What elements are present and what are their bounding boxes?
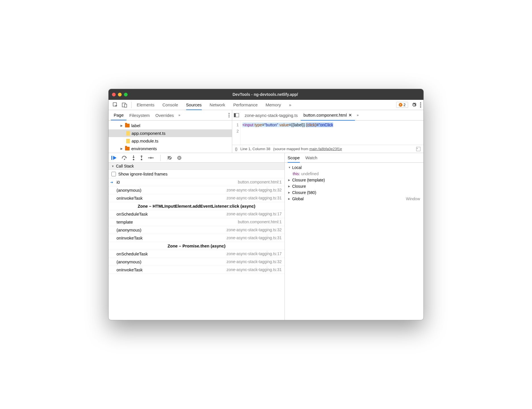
stack-frame[interactable]: templatebutton.component.html:1 [109, 218, 284, 226]
tab-elements[interactable]: Elements [137, 100, 155, 110]
coverage-icon[interactable] [416, 147, 421, 151]
frame-name: (anonymous) [117, 259, 142, 264]
stack-frame[interactable]: Zone – Promise.then (async) [109, 242, 284, 250]
tree-file-app-component[interactable]: app.component.ts [109, 129, 232, 137]
item-label: app.module.ts [132, 139, 158, 143]
code-area[interactable]: 12 <input type="button" value={{label}} … [232, 121, 423, 145]
svg-point-8 [228, 116, 229, 117]
resume-icon[interactable] [111, 156, 117, 160]
step-out-icon[interactable] [140, 155, 143, 160]
tab-more[interactable]: » [289, 100, 291, 110]
inspect-icon[interactable] [113, 102, 118, 108]
collapse-icon: ▼ [111, 165, 114, 168]
step-over-icon[interactable] [122, 156, 127, 160]
tree-folder-label[interactable]: ▶label [109, 122, 232, 129]
stack-frame[interactable]: onInvokeTaskzone-async-stack-tagging.ts:… [109, 194, 284, 202]
nav-filesystem[interactable]: Filesystem [126, 111, 153, 120]
file-tab-label: zone-async-stack-tagging.ts [245, 113, 298, 118]
source-map-info: (source mapped from main.fa8bfa0e23f1e [273, 147, 342, 151]
callstack-header[interactable]: ▼Call Stack [109, 163, 284, 170]
toggle-navigator-icon[interactable] [234, 113, 240, 117]
expand-icon: ▶ [288, 197, 291, 200]
file-tabs: zone-async-stack-tagging.ts button.compo… [232, 110, 423, 120]
main-toolbar: Elements Console Sources Network Perform… [109, 100, 423, 110]
file-tab-zone[interactable]: zone-async-stack-tagging.ts [242, 111, 301, 120]
pretty-print-icon[interactable]: {} [235, 147, 238, 151]
expand-icon: ▶ [120, 147, 123, 150]
tab-sources[interactable]: Sources [186, 100, 202, 110]
scope-closure-580[interactable]: ▶Closure (580) [285, 189, 423, 196]
stack-frame[interactable]: (anonymous)zone-async-stack-tagging.ts:3… [109, 186, 284, 194]
frame-location: zone-async-stack-tagging.ts:31 [226, 267, 282, 272]
tab-performance[interactable]: Performance [233, 100, 258, 110]
frame-location: zone-async-stack-tagging.ts:32 [226, 259, 282, 264]
settings-icon[interactable] [412, 102, 417, 108]
frame-location: zone-async-stack-tagging.ts:31 [226, 236, 282, 240]
nav-overrides[interactable]: Overrides [153, 111, 177, 120]
tree-file-app-module[interactable]: app.module.ts [109, 137, 232, 145]
stack-frame[interactable]: onInvokeTaskzone-async-stack-tagging.ts:… [109, 266, 284, 274]
scope-closure[interactable]: ▶Closure [285, 183, 423, 189]
line-number: 1 [234, 122, 239, 128]
step-into-icon[interactable] [132, 155, 135, 160]
svg-rect-19 [180, 157, 180, 159]
tab-network[interactable]: Network [210, 100, 225, 110]
error-count: 2 [404, 103, 406, 107]
nav-page[interactable]: Page [111, 110, 126, 120]
collapse-icon: ▼ [288, 166, 291, 169]
stack-frame[interactable]: onScheduleTaskzone-async-stack-tagging.t… [109, 250, 284, 258]
stack-frame[interactable]: Zone – HTMLInputElement.addEventListener… [109, 202, 284, 210]
devtools-window: DevTools - ng-devtools.netlify.app/ Elem… [108, 89, 424, 320]
svg-point-4 [420, 104, 421, 106]
source-map-link[interactable]: main.fa8bfa0e23f1e [309, 147, 342, 151]
deactivate-breakpoints-icon[interactable] [167, 156, 173, 160]
tab-watch[interactable]: Watch [306, 153, 317, 162]
step-icon[interactable] [148, 156, 153, 160]
frame-location: zone-async-stack-tagging.ts:17 [226, 251, 282, 256]
file-tabs-more[interactable]: » [357, 113, 359, 117]
stack-frame[interactable]: onInvokeTaskzone-async-stack-tagging.ts:… [109, 234, 284, 242]
svg-point-7 [228, 115, 229, 115]
error-badge[interactable]: ✕2 [396, 102, 408, 108]
item-label: app.component.ts [132, 131, 165, 136]
scope-closure-template[interactable]: ▶Closure (template) [285, 177, 423, 183]
file-icon [126, 131, 130, 136]
nav-kebab-icon[interactable] [228, 113, 230, 117]
pause-exceptions-icon[interactable] [177, 156, 182, 160]
stack-frame[interactable]: i0button.component.html:1 [109, 178, 284, 186]
expand-icon: ▶ [288, 191, 291, 194]
svg-point-3 [420, 102, 421, 104]
scope-this[interactable]: this: undefined [285, 171, 423, 177]
tab-scope[interactable]: Scope [288, 153, 300, 163]
show-ignored-checkbox[interactable] [111, 172, 116, 176]
frame-name: (anonymous) [117, 228, 142, 232]
folder-icon [125, 147, 130, 150]
tab-console[interactable]: Console [163, 100, 178, 110]
code-editor: 12 <input type="button" value={{label}} … [232, 121, 423, 153]
svg-point-15 [141, 159, 142, 160]
frame-name: i0 [117, 180, 120, 185]
tree-folder-environments[interactable]: ▶environments [109, 145, 232, 152]
kebab-menu-icon[interactable] [420, 102, 421, 108]
checkbox-label: Show ignore-listed frames [118, 172, 167, 176]
scope-global[interactable]: ▶GlobalWindow [285, 196, 423, 202]
expand-icon: ▶ [288, 179, 291, 181]
nav-more[interactable]: » [178, 113, 180, 117]
scope-list: ▼Local this: undefined ▶Closure (templat… [285, 163, 423, 320]
titlebar: DevTools - ng-devtools.netlify.app/ [109, 89, 423, 100]
stack-frame[interactable]: (anonymous)zone-async-stack-tagging.ts:3… [109, 226, 284, 234]
stack-frame[interactable]: onScheduleTaskzone-async-stack-tagging.t… [109, 210, 284, 218]
tab-memory[interactable]: Memory [266, 100, 281, 110]
scope-local[interactable]: ▼Local [285, 164, 423, 171]
device-toggle-icon[interactable] [122, 102, 127, 108]
file-tree: ▶label app.component.ts app.module.ts ▶e… [109, 121, 232, 153]
cursor-position: Line 1, Column 38 [240, 147, 271, 151]
folder-icon [125, 124, 130, 127]
window-title: DevTools - ng-devtools.netlify.app/ [111, 92, 420, 97]
show-ignored-row[interactable]: Show ignore-listed frames [109, 170, 284, 178]
file-tab-button[interactable]: button.component.html✕ [301, 110, 355, 121]
close-tab-icon[interactable]: ✕ [348, 113, 352, 118]
svg-rect-10 [234, 113, 236, 117]
svg-rect-18 [178, 157, 179, 159]
stack-frame[interactable]: (anonymous)zone-async-stack-tagging.ts:3… [109, 258, 284, 266]
